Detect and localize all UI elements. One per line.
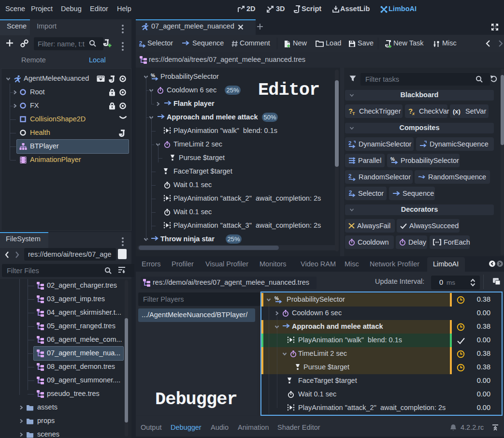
svg-text:%: % — [274, 296, 279, 301]
svg-text:2: 2 — [349, 190, 352, 195]
svg-text:2: 2 — [348, 140, 351, 146]
svg-text:(x): (x) — [453, 108, 461, 115]
svg-text:2: 2 — [348, 173, 351, 179]
svg-text:x: x — [412, 111, 415, 116]
svg-text:%: % — [151, 73, 155, 78]
svg-text:T: T — [352, 111, 355, 116]
svg-text:2: 2 — [139, 40, 142, 46]
svg-text:%: % — [390, 157, 395, 162]
